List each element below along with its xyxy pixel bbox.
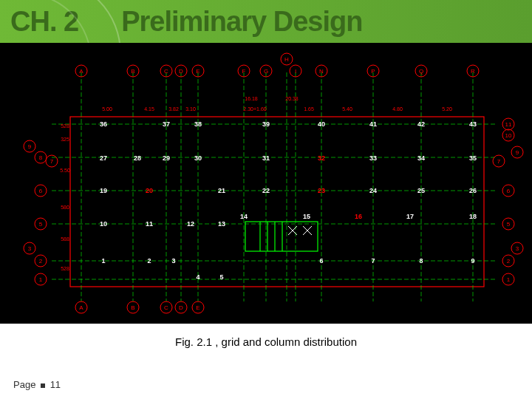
svg-text:10: 10: [505, 132, 512, 139]
svg-text:5: 5: [39, 221, 43, 228]
svg-text:14: 14: [240, 213, 248, 220]
svg-text:5.40: 5.40: [342, 106, 352, 112]
page-number: 11: [50, 379, 61, 390]
svg-text:C: C: [164, 68, 168, 75]
svg-text:10: 10: [100, 220, 107, 228]
svg-text:I: I: [295, 68, 296, 75]
chapter-label: CH. 2: [10, 6, 78, 38]
svg-text:2: 2: [147, 257, 151, 265]
svg-text:34: 34: [417, 154, 425, 162]
svg-text:35: 35: [469, 154, 477, 162]
svg-text:7: 7: [497, 158, 501, 165]
svg-text:5.00: 5.00: [102, 106, 112, 112]
svg-text:27: 27: [100, 154, 107, 162]
svg-text:G: G: [264, 68, 268, 75]
svg-text:37: 37: [163, 120, 170, 128]
svg-text:31: 31: [262, 154, 270, 162]
svg-text:4.80: 4.80: [392, 106, 403, 112]
svg-text:P: P: [371, 68, 375, 75]
svg-text:1.65: 1.65: [304, 106, 314, 112]
svg-text:11: 11: [146, 220, 153, 228]
svg-text:9: 9: [516, 149, 519, 156]
svg-text:3: 3: [171, 257, 175, 265]
svg-text:6: 6: [39, 188, 43, 194]
svg-text:23: 23: [318, 187, 325, 194]
svg-text:8: 8: [39, 154, 43, 161]
svg-text:20: 20: [146, 187, 153, 194]
svg-text:F: F: [242, 68, 246, 75]
left-dimensions: 528 325 5.50 580 588 528: [60, 123, 70, 271]
svg-text:3: 3: [516, 245, 519, 252]
top-dimensions: 5.00 4.15 3.82 3.10 2.30+1.60 1.65 5.40 …: [102, 96, 452, 112]
svg-text:2: 2: [507, 258, 511, 265]
horizontal-grid-lines: [52, 124, 495, 279]
svg-text:16: 16: [355, 213, 362, 220]
svg-text:22: 22: [262, 187, 270, 194]
svg-text:5: 5: [219, 273, 223, 281]
svg-text:13: 13: [218, 220, 225, 228]
svg-rect-149: [245, 222, 318, 251]
svg-text:A: A: [79, 304, 83, 311]
slide-header: CH. 2 Preliminary Design: [0, 0, 532, 43]
svg-text:3.10: 3.10: [185, 106, 196, 112]
page-footer: Page 11: [13, 379, 61, 390]
svg-text:15: 15: [303, 213, 310, 220]
svg-text:28: 28: [134, 154, 141, 162]
svg-text:6: 6: [507, 188, 511, 194]
svg-text:B: B: [131, 304, 134, 311]
svg-text:12: 12: [187, 220, 194, 228]
column-labels-row2: 10 11 12 13 14 15 16 17 18: [100, 213, 477, 228]
svg-text:30: 30: [194, 154, 202, 162]
svg-text:36: 36: [100, 120, 107, 128]
svg-text:C: C: [164, 304, 168, 311]
svg-text:20.38: 20.38: [285, 96, 299, 101]
svg-text:528: 528: [61, 266, 69, 271]
svg-text:25: 25: [417, 187, 425, 194]
svg-text:40: 40: [318, 120, 325, 128]
svg-text:1: 1: [39, 276, 43, 283]
svg-text:Q: Q: [419, 68, 423, 75]
svg-text:33: 33: [369, 154, 377, 162]
caption-area: Fig. 2.1 , grid and column distribution: [0, 324, 532, 348]
right-grid-bubbles: 1 2 3 5 6 7 9 10 11: [493, 118, 523, 285]
page-label: Page: [13, 379, 35, 390]
svg-text:1: 1: [101, 257, 105, 265]
svg-text:E: E: [196, 68, 200, 75]
bottom-grid-bubbles: A B C D E: [75, 301, 204, 313]
svg-text:5.50: 5.50: [60, 168, 70, 173]
svg-text:41: 41: [369, 120, 377, 128]
svg-text:D: D: [179, 68, 183, 75]
svg-text:16.18: 16.18: [245, 96, 258, 101]
bullet-icon: [41, 383, 45, 388]
svg-text:29: 29: [163, 154, 170, 162]
svg-text:26: 26: [469, 187, 477, 194]
svg-text:8: 8: [419, 257, 423, 265]
figure-caption: Fig. 2.1 , grid and column distribution: [0, 335, 532, 348]
svg-text:3: 3: [28, 245, 32, 252]
svg-text:17: 17: [406, 213, 414, 220]
svg-text:588: 588: [61, 236, 69, 242]
svg-text:5.20: 5.20: [442, 106, 452, 112]
cad-drawing: A B C D E F G H I N P Q R A B C D E 1 2 …: [0, 43, 532, 324]
svg-text:32: 32: [318, 154, 325, 162]
svg-text:B: B: [131, 68, 134, 75]
left-grid-bubbles: 1 2 3 5 6 7 8 9: [24, 140, 58, 285]
svg-text:5: 5: [507, 221, 511, 228]
top-grid-bubbles: A B C D E F G H I N P Q R: [75, 53, 479, 77]
svg-text:N: N: [319, 68, 324, 75]
vertical-grid-lines: [81, 72, 473, 301]
svg-text:6: 6: [319, 257, 323, 265]
svg-text:1: 1: [507, 276, 511, 283]
column-labels-row4: 27 28 29 30 31 32 33 34 35: [100, 154, 477, 162]
svg-text:9: 9: [471, 257, 474, 265]
svg-text:325: 325: [61, 137, 69, 142]
svg-text:4: 4: [196, 273, 200, 281]
svg-text:24: 24: [369, 187, 377, 194]
svg-text:18: 18: [469, 213, 477, 220]
svg-text:2.30+1.60: 2.30+1.60: [243, 106, 266, 112]
stair-core: [245, 222, 318, 251]
svg-text:2: 2: [39, 258, 43, 265]
svg-text:4.15: 4.15: [144, 106, 154, 112]
svg-text:21: 21: [218, 187, 225, 194]
svg-text:E: E: [196, 304, 200, 311]
